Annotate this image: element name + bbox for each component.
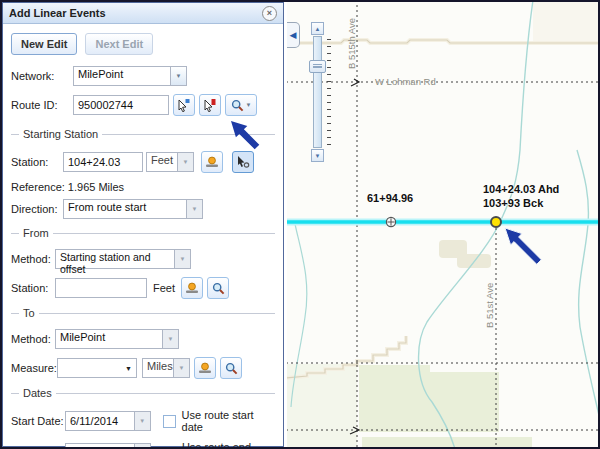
search-icon [212, 282, 225, 295]
from-method-value[interactable]: Starting station and offset [55, 249, 175, 269]
to-method-value[interactable]: MilePoint [55, 329, 163, 349]
from-method-label: Method: [11, 253, 55, 265]
use-route-start-date-checkbox[interactable]: ✓ [163, 415, 176, 428]
direction-label: Direction: [11, 203, 63, 215]
measure-units-value[interactable]: Miles [142, 358, 174, 378]
road-name-label-vertical: B 51st Ave [484, 260, 495, 328]
use-route-end-date-label: Use route end date [182, 441, 275, 449]
cursor-select-icon [177, 98, 191, 112]
from-legend: From [19, 227, 53, 239]
chevron-down-icon[interactable]: ▼ [134, 443, 151, 449]
network-label: Network: [11, 70, 73, 82]
chevron-down-icon: ▼ [125, 365, 132, 372]
pick-station-on-map-button[interactable] [232, 151, 254, 173]
station-measure-label: 61+94.96 [367, 192, 413, 204]
from-units-text: Feet [153, 282, 175, 294]
route-id-input[interactable] [73, 95, 169, 115]
annotation-arrow-map [505, 228, 541, 264]
chevron-down-icon[interactable]: ▼ [173, 358, 190, 378]
collapse-left-icon: ◀ [290, 30, 297, 40]
station-measure-label-back: 103+93 Bck [483, 197, 543, 209]
reference-text: Reference: 1.965 Miles [11, 181, 275, 193]
chevron-down-icon[interactable]: ▼ [170, 66, 187, 86]
station-measure-label-ahead: 104+24.03 Ahd [483, 183, 559, 195]
station-marker-selected[interactable] [491, 217, 501, 227]
field-patch [533, 2, 600, 44]
arrow-up-icon: ▲ [315, 26, 321, 32]
chevron-down-icon[interactable]: ▼ [174, 249, 191, 269]
station-tool-icon [198, 361, 212, 375]
cursor-clear-icon [203, 98, 217, 112]
station-tool-icon [205, 155, 219, 169]
arrow-down-icon: ▼ [315, 153, 321, 159]
collapse-panel-button[interactable]: ◀ [287, 22, 300, 48]
measure-search-button[interactable] [220, 357, 242, 379]
station-units-value[interactable]: Feet [146, 152, 178, 172]
panel-title: Add Linear Events [9, 7, 262, 19]
road-name-label-vertical: B 515th Ave [346, 5, 357, 69]
search-icon [231, 99, 244, 112]
starting-station-legend: Starting Station [19, 128, 102, 140]
application-window: Add Linear Events × New Edit Next Edit N… [0, 0, 600, 449]
zoom-in-button[interactable]: ▲ [311, 22, 324, 35]
zoom-out-button[interactable]: ▼ [311, 149, 324, 162]
chevron-down-icon: ▼ [246, 102, 252, 108]
dates-legend: Dates [19, 387, 56, 399]
measure-locate-button[interactable] [194, 357, 216, 379]
from-search-button[interactable] [207, 277, 229, 299]
station-input[interactable] [63, 152, 143, 172]
route-search-menu-button[interactable]: ▼ [225, 94, 257, 116]
use-route-start-date-label: Use route start date [182, 409, 275, 433]
route-id-label: Route ID: [11, 99, 73, 111]
from-station-label: Station: [11, 282, 55, 294]
chevron-down-icon[interactable]: ▼ [177, 152, 194, 172]
map-canvas[interactable]: 61+94.96 104+24.03 Ahd 103+93 Bck W Lohm… [287, 2, 600, 447]
field-polygon [362, 437, 532, 447]
map-graphics [287, 2, 600, 447]
start-date-input[interactable] [65, 411, 135, 431]
measure-combo[interactable]: ▼ [57, 358, 137, 378]
network-value[interactable]: MilePoint [73, 66, 171, 86]
to-legend: To [19, 307, 39, 319]
zoom-slider-track[interactable] [313, 36, 322, 148]
from-station-input[interactable] [55, 278, 147, 298]
from-locate-button[interactable] [181, 277, 203, 299]
cursor-pick-icon [236, 155, 250, 169]
chevron-down-icon[interactable]: ▼ [134, 411, 151, 431]
next-edit-button[interactable]: Next Edit [85, 33, 153, 55]
close-icon[interactable]: × [262, 6, 277, 21]
select-route-on-map-button[interactable] [173, 94, 195, 116]
chevron-down-icon[interactable]: ▼ [186, 199, 203, 219]
station-marker-start[interactable] [386, 217, 395, 226]
new-edit-button[interactable]: New Edit [11, 33, 77, 55]
zoom-slider-thumb[interactable] [309, 60, 326, 73]
stream [577, 150, 600, 420]
direction-value[interactable]: From route start [63, 199, 187, 219]
to-method-label: Method: [11, 333, 55, 345]
panel-header: Add Linear Events × [3, 3, 283, 24]
search-icon [225, 362, 238, 375]
end-date-input[interactable] [65, 443, 135, 449]
start-date-label: Start Date: [11, 415, 65, 427]
measure-label: Measure: [11, 362, 57, 374]
zoom-slider-ticks [327, 39, 331, 147]
chevron-down-icon[interactable]: ▼ [162, 329, 179, 349]
station-label: Station: [11, 156, 63, 168]
station-tool-icon [185, 281, 199, 295]
station-locate-button[interactable] [201, 151, 223, 173]
road-name-label: W Lohman Rd [375, 76, 436, 87]
add-linear-events-panel: Add Linear Events × New Edit Next Edit N… [2, 2, 284, 447]
clear-route-selection-button[interactable] [199, 94, 221, 116]
